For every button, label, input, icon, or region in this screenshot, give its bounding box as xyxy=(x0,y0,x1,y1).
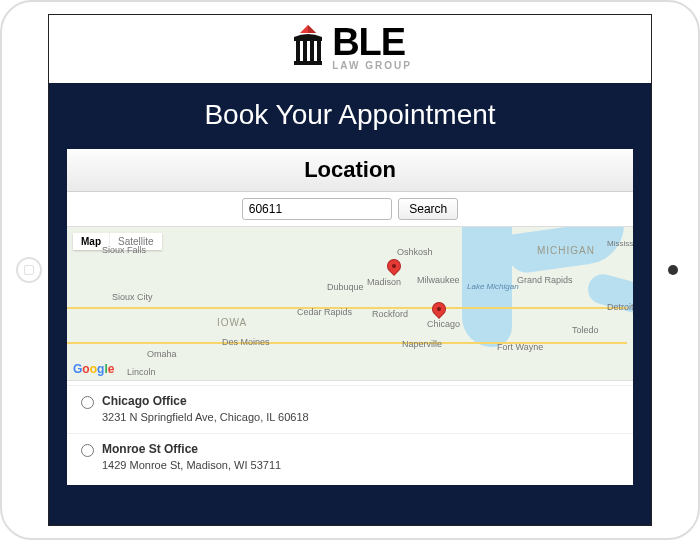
city-label: Sioux Falls xyxy=(102,245,146,255)
logo-brand: BLE xyxy=(332,25,405,59)
map[interactable]: Map Satellite IOWA MICHIGAN Sioux Falls … xyxy=(67,226,633,381)
logo: BLE LAW GROUP xyxy=(288,23,412,73)
location-radio[interactable] xyxy=(81,444,94,457)
search-button[interactable]: Search xyxy=(398,198,458,220)
location-address: 1429 Monroe St, Madison, WI 53711 xyxy=(102,459,619,471)
city-label: Rockford xyxy=(372,309,408,319)
lake-label: Lake Michigan xyxy=(467,282,519,291)
state-label-iowa: IOWA xyxy=(217,317,247,328)
city-label: Toledo xyxy=(572,325,599,335)
svg-rect-5 xyxy=(317,41,321,61)
city-label: Lincoln xyxy=(127,367,156,377)
page-title-banner: Book Your Appointment xyxy=(49,83,651,149)
location-panel: Location Search Map Satellite IOWA xyxy=(67,149,633,485)
logo-column-icon xyxy=(288,23,328,73)
lake-erie-shape xyxy=(585,271,633,323)
map-pin-icon[interactable] xyxy=(384,256,404,276)
location-list: Chicago Office 3231 N Springfield Ave, C… xyxy=(67,381,633,485)
city-label: Omaha xyxy=(147,349,177,359)
logo-subtitle: LAW GROUP xyxy=(332,60,412,71)
location-option[interactable]: Monroe St Office xyxy=(81,442,619,457)
location-item: Monroe St Office 1429 Monroe St, Madison… xyxy=(67,433,633,481)
svg-rect-2 xyxy=(296,41,300,61)
search-input[interactable] xyxy=(242,198,392,220)
svg-rect-6 xyxy=(294,61,322,65)
city-label: Mississauga xyxy=(607,239,633,248)
svg-rect-4 xyxy=(310,41,314,61)
svg-marker-1 xyxy=(308,25,316,33)
location-option[interactable]: Chicago Office xyxy=(81,394,619,409)
camera-dot xyxy=(668,265,678,275)
location-address: 3231 N Springfield Ave, Chicago, IL 6061… xyxy=(102,411,619,423)
city-label: Madison xyxy=(367,277,401,287)
panel-header: Location xyxy=(67,149,633,192)
city-label: Chicago xyxy=(427,319,460,329)
google-attribution: Google xyxy=(73,362,114,376)
map-pin-icon[interactable] xyxy=(429,299,449,319)
app-body: Location Search Map Satellite IOWA xyxy=(49,149,651,526)
city-label: Grand Rapids xyxy=(517,275,573,285)
city-label: Dubuque xyxy=(327,282,364,292)
location-name: Chicago Office xyxy=(102,394,187,408)
logo-area: BLE LAW GROUP xyxy=(49,15,651,83)
city-label: Des Moines xyxy=(222,337,270,347)
city-label: Naperville xyxy=(402,339,442,349)
city-label: Milwaukee xyxy=(417,275,460,285)
city-label: Sioux City xyxy=(112,292,153,302)
location-radio[interactable] xyxy=(81,396,94,409)
location-name: Monroe St Office xyxy=(102,442,198,456)
home-button[interactable] xyxy=(16,257,42,283)
page-title: Book Your Appointment xyxy=(204,99,495,130)
app-screen: BLE LAW GROUP Book Your Appointment Loca… xyxy=(48,14,652,526)
tablet-frame: BLE LAW GROUP Book Your Appointment Loca… xyxy=(0,0,700,540)
location-item: Chicago Office 3231 N Springfield Ave, C… xyxy=(67,385,633,433)
city-label: Cedar Rapids xyxy=(297,307,352,317)
search-row: Search xyxy=(67,192,633,226)
city-label: Detroit xyxy=(607,302,633,312)
svg-rect-3 xyxy=(303,41,307,61)
state-label-michigan: MICHIGAN xyxy=(537,245,595,256)
city-label: Oshkosh xyxy=(397,247,433,257)
city-label: Fort Wayne xyxy=(497,342,543,352)
